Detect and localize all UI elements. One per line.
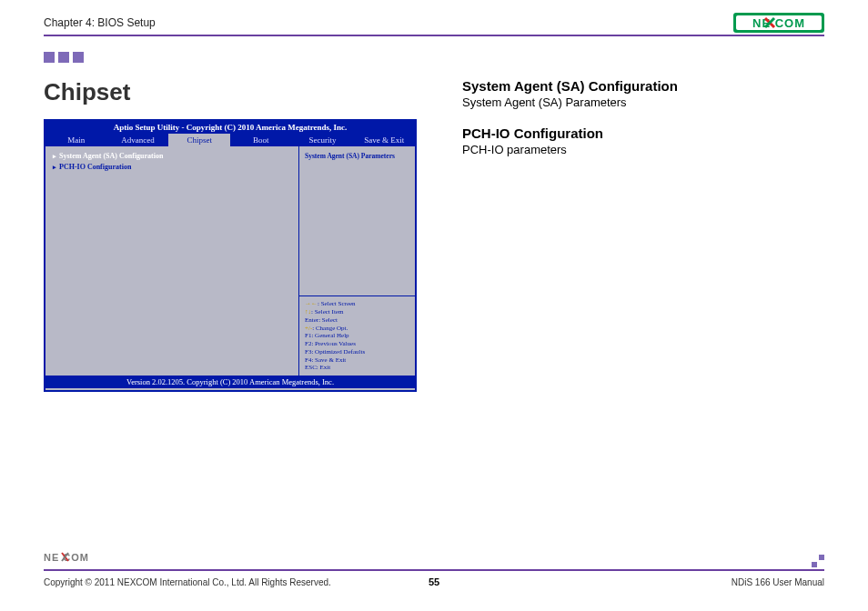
footer-logo: NE COM <box>44 551 100 567</box>
header-rule <box>44 35 824 36</box>
section-heading-sa: System Agent (SA) Configuration <box>462 78 824 94</box>
bios-tab-advanced[interactable]: Advanced <box>107 134 169 146</box>
bios-item-pch-io[interactable]: PCH-IO Configuration <box>53 163 291 171</box>
bios-screenshot: Aptio Setup Utility - Copyright (C) 2010… <box>44 119 417 392</box>
bios-tab-chipset[interactable]: Chipset <box>168 134 230 146</box>
bios-tab-boot[interactable]: Boot <box>230 134 292 146</box>
bios-footer: Version 2.02.1205. Copyright (C) 2010 Am… <box>45 376 415 388</box>
bios-item-sa[interactable]: System Agent (SA) Configuration <box>53 152 291 160</box>
chapter-label: Chapter 4: BIOS Setup <box>44 16 824 29</box>
bios-nav-help: →←: Select Screen ↑↓: Select Item Enter:… <box>299 295 415 376</box>
section-heading-pch: PCH-IO Configuration <box>462 125 824 141</box>
footer-end-mark <box>812 555 824 567</box>
bios-menu: System Agent (SA) Configuration PCH-IO C… <box>45 146 298 376</box>
copyright: Copyright © 2011 NEXCOM International Co… <box>44 577 331 587</box>
brand-logo: NE COM <box>733 13 824 36</box>
page-number: 55 <box>429 576 439 587</box>
bios-title-bar: Aptio Setup Utility - Copyright (C) 2010… <box>45 121 415 134</box>
footer-rule <box>44 569 824 571</box>
bios-tab-main[interactable]: Main <box>45 134 107 146</box>
manual-name: NDiS 166 User Manual <box>732 577 824 587</box>
section-body-pch: PCH-IO parameters <box>462 143 824 156</box>
bios-help-text: System Agent (SA) Parameters <box>299 146 415 295</box>
bios-tab-security[interactable]: Security <box>292 134 354 146</box>
page-title: Chipset <box>44 78 435 106</box>
section-body-sa: System Agent (SA) Parameters <box>462 95 824 109</box>
page-marks <box>44 50 87 66</box>
svg-text:NE  COM: NE COM <box>752 16 805 30</box>
bios-tab-save[interactable]: Save & Exit <box>353 134 415 146</box>
bios-tabs: Main Advanced Chipset Boot Security Save… <box>45 134 415 146</box>
